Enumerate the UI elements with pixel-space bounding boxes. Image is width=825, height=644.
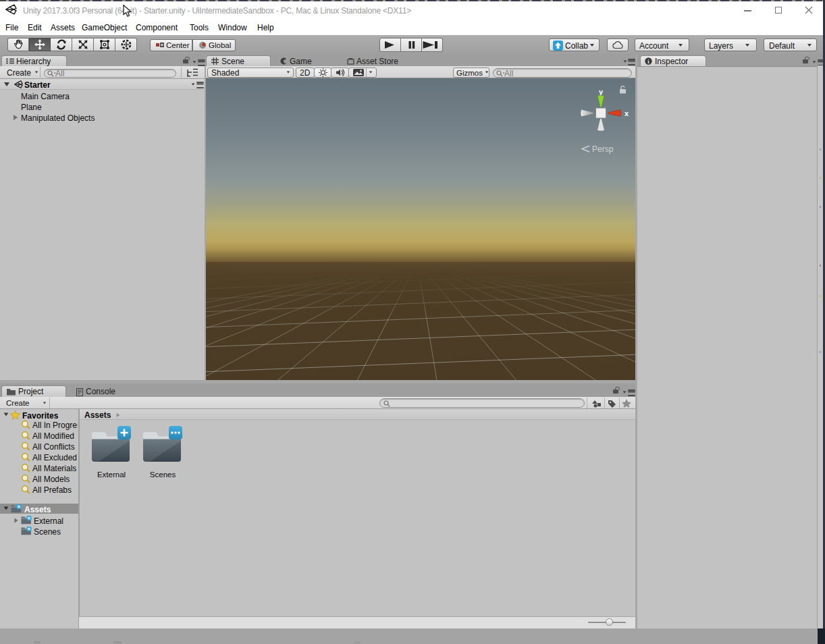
svg-text:x: x <box>624 109 629 117</box>
svg-text:Persp: Persp <box>592 144 614 154</box>
svg-text:y: y <box>599 88 604 96</box>
